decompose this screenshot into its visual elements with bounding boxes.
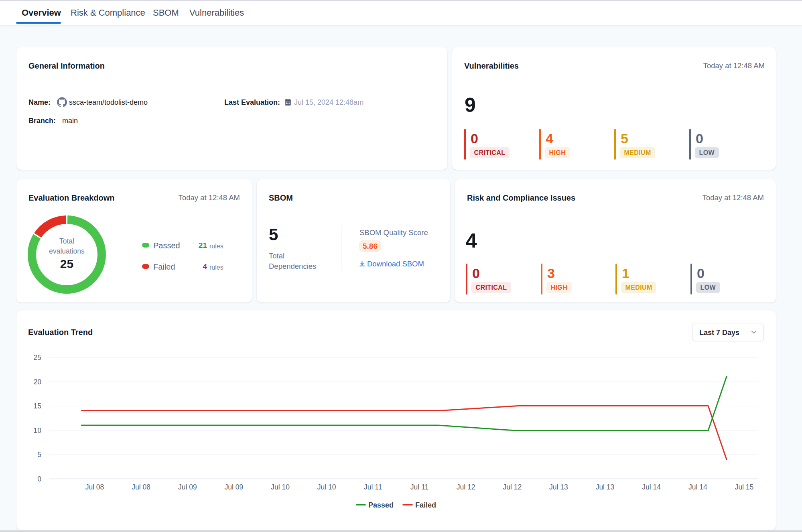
svg-text:Jul 14: Jul 14 xyxy=(642,483,661,491)
svg-text:25: 25 xyxy=(34,353,41,361)
svg-text:10: 10 xyxy=(34,426,42,435)
svg-text:Passed: Passed xyxy=(368,501,394,509)
svg-text:Jul 10: Jul 10 xyxy=(317,483,336,491)
svg-text:15: 15 xyxy=(34,402,41,410)
svg-text:Jul 12: Jul 12 xyxy=(503,483,522,491)
svg-text:Jul 14: Jul 14 xyxy=(688,483,707,491)
svg-text:20: 20 xyxy=(34,378,42,386)
svg-text:Jul 11: Jul 11 xyxy=(410,483,428,491)
svg-text:Jul 09: Jul 09 xyxy=(225,483,244,491)
svg-text:0: 0 xyxy=(37,475,41,483)
svg-text:Jul 13: Jul 13 xyxy=(549,483,568,491)
svg-text:Jul 08: Jul 08 xyxy=(132,483,150,491)
svg-text:Jul 09: Jul 09 xyxy=(178,483,197,491)
svg-text:Jul 15: Jul 15 xyxy=(735,483,754,491)
svg-text:Jul 12: Jul 12 xyxy=(457,483,475,491)
svg-text:Failed: Failed xyxy=(415,501,436,509)
svg-text:Jul 10: Jul 10 xyxy=(271,483,290,491)
svg-text:Jul 11: Jul 11 xyxy=(364,483,382,491)
svg-text:Jul 13: Jul 13 xyxy=(596,483,615,491)
svg-text:Jul 08: Jul 08 xyxy=(85,483,104,491)
svg-text:5: 5 xyxy=(37,451,41,459)
